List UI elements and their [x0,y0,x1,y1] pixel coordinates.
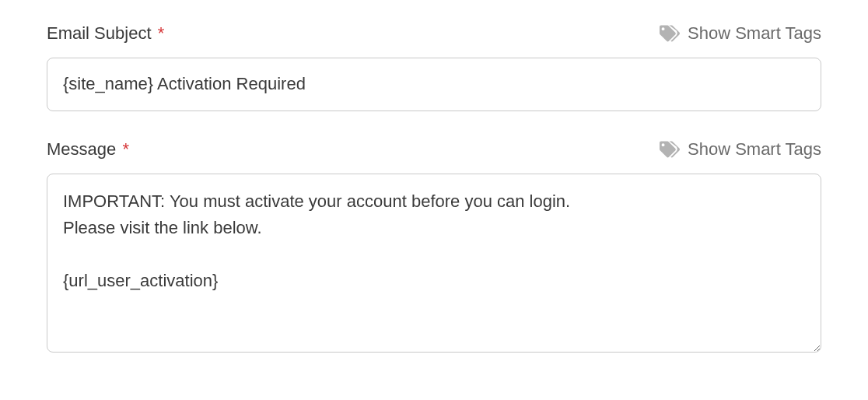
email-subject-input[interactable] [47,58,821,111]
show-smart-tags-link[interactable]: Show Smart Tags [660,139,821,160]
show-smart-tags-link[interactable]: Show Smart Tags [660,23,821,44]
email-subject-label-text: Email Subject [47,23,152,43]
email-subject-group: Email Subject * Show Smart Tags [47,23,821,111]
required-indicator: * [158,23,165,43]
message-group: Message * Show Smart Tags IMPORTANT: You… [47,139,821,356]
message-textarea[interactable]: IMPORTANT: You must activate your accoun… [47,174,821,353]
show-smart-tags-text: Show Smart Tags [688,139,821,160]
email-subject-label: Email Subject * [47,23,164,44]
message-label-text: Message [47,139,116,159]
message-label: Message * [47,139,129,160]
tags-icon [660,23,680,44]
required-indicator: * [122,139,129,159]
tags-icon [660,139,680,160]
show-smart-tags-text: Show Smart Tags [688,23,821,44]
email-subject-header: Email Subject * Show Smart Tags [47,23,821,44]
message-header: Message * Show Smart Tags [47,139,821,160]
